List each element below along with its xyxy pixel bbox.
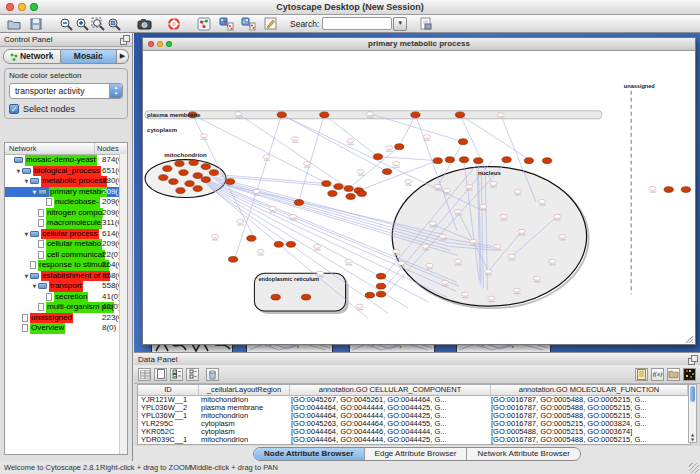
scrollbar-arrows-icon[interactable]: ▲▼ bbox=[689, 432, 696, 442]
tree-col-network[interactable]: Network bbox=[5, 143, 95, 154]
table-row[interactable]: YDR039C__1mitochondrion[GO:0044464, GO:0… bbox=[138, 436, 690, 444]
network-node[interactable] bbox=[376, 273, 385, 279]
network-node[interactable] bbox=[357, 191, 366, 197]
network-node-small[interactable] bbox=[485, 269, 492, 273]
network-node-small[interactable] bbox=[398, 261, 405, 265]
tree-row[interactable]: ▼biological_process651(0) bbox=[5, 166, 127, 177]
tree-row-label[interactable]: transport bbox=[49, 281, 83, 292]
data-panel-float-icon[interactable] bbox=[688, 355, 697, 364]
snapshot-icon[interactable] bbox=[136, 16, 152, 31]
tree-row[interactable]: macromolecule311(0) bbox=[5, 218, 127, 229]
tree-row-label[interactable]: nitrogen compo bbox=[46, 208, 103, 219]
float-panel-icon[interactable] bbox=[120, 35, 129, 44]
network-node-small[interactable] bbox=[304, 162, 311, 166]
network-node-small[interactable] bbox=[454, 209, 461, 213]
notes-icon[interactable] bbox=[635, 368, 648, 381]
network-overview-icon[interactable] bbox=[196, 16, 212, 31]
network-node[interactable] bbox=[542, 158, 551, 164]
network-node[interactable] bbox=[193, 173, 202, 179]
tree-row-label[interactable]: mosaic-demo-yeast bbox=[25, 155, 97, 166]
tree-row[interactable]: ▼establishment of lo558(0) bbox=[5, 271, 127, 282]
network-edge[interactable] bbox=[282, 115, 387, 172]
network-node-small[interactable] bbox=[257, 249, 264, 253]
node-color-dropdown[interactable]: transporter activity ▴▾ bbox=[9, 83, 123, 99]
network-node-small[interactable] bbox=[200, 134, 207, 138]
save-search-icon[interactable] bbox=[417, 16, 433, 31]
network-node[interactable] bbox=[201, 164, 210, 170]
network-node-small[interactable] bbox=[539, 199, 546, 203]
table-row[interactable]: YJR121W__1mitochondrion[GO:0045267, GO:0… bbox=[138, 396, 690, 404]
zoom-selected-icon[interactable] bbox=[90, 16, 106, 31]
network-node[interactable] bbox=[228, 256, 237, 262]
network-node[interactable] bbox=[395, 144, 404, 150]
tree-row-label[interactable]: metabolic process bbox=[41, 176, 107, 187]
network-node[interactable] bbox=[175, 161, 184, 167]
tree-row[interactable]: response to stimulu264(0) bbox=[5, 260, 127, 271]
network-node-small[interactable] bbox=[434, 185, 441, 189]
network-node-small[interactable] bbox=[237, 219, 244, 223]
network-window-titlebar[interactable]: primary metabolic process bbox=[143, 38, 695, 51]
network-node[interactable] bbox=[459, 157, 468, 163]
network-node[interactable] bbox=[201, 177, 210, 183]
network-node[interactable] bbox=[286, 241, 295, 247]
network-node-small[interactable] bbox=[533, 276, 540, 280]
tab-node-attribute-browser[interactable]: Node Attribute Browser bbox=[254, 448, 365, 460]
network-node[interactable] bbox=[502, 157, 511, 163]
network-node-small[interactable] bbox=[462, 292, 469, 296]
attribute-checklist-icon[interactable] bbox=[170, 368, 183, 381]
network-node[interactable] bbox=[294, 200, 303, 206]
network-node-small[interactable] bbox=[289, 214, 296, 218]
network-node[interactable] bbox=[169, 179, 178, 185]
network-node-small[interactable] bbox=[470, 239, 477, 243]
network-node-small[interactable] bbox=[263, 155, 270, 159]
tree-row[interactable]: ▼cellular process614(0) bbox=[5, 229, 127, 240]
network-node[interactable] bbox=[346, 194, 355, 200]
table-row[interactable]: YPL036W__1mitochondrion[GO:0044464, GO:0… bbox=[138, 412, 690, 420]
network-node[interactable] bbox=[365, 292, 374, 298]
tree-row-label[interactable]: cellular metabo bbox=[46, 239, 102, 250]
network-node-small[interactable] bbox=[490, 182, 497, 186]
help-icon[interactable] bbox=[166, 16, 182, 31]
network-node-small[interactable] bbox=[549, 259, 556, 263]
table-row[interactable]: YKR052Ccytoplasm[GO:0044464, GO:0044446,… bbox=[138, 428, 690, 436]
network-node-small[interactable] bbox=[480, 204, 487, 208]
network-node-small[interactable] bbox=[253, 190, 260, 194]
table-scrollbar[interactable]: ▲▼ bbox=[688, 384, 697, 443]
tree-expand-arrow-icon[interactable]: ▼ bbox=[31, 281, 38, 292]
tree-scrollbar[interactable] bbox=[119, 154, 127, 454]
network-node-small[interactable] bbox=[405, 180, 412, 184]
tree-col-nodes[interactable]: Nodes bbox=[95, 143, 127, 154]
network-node-small[interactable] bbox=[559, 234, 566, 238]
network-edge[interactable] bbox=[399, 115, 415, 147]
table-row[interactable]: YPL036W__2plasma membrane[GO:0044464, GO… bbox=[138, 404, 690, 412]
network-node-small[interactable] bbox=[386, 146, 393, 150]
network-canvas[interactable]: plasma membranecytoplasmmitochondrionnuc… bbox=[143, 51, 695, 344]
network-node[interactable] bbox=[376, 283, 385, 289]
tabs-overflow-arrow-icon[interactable]: ▶ bbox=[117, 49, 129, 64]
network-edge[interactable] bbox=[349, 147, 400, 189]
network-node[interactable] bbox=[274, 241, 283, 247]
network-node-small[interactable] bbox=[514, 190, 521, 194]
network-node-small[interactable] bbox=[422, 244, 429, 248]
tree-row-label[interactable]: macromolecule bbox=[46, 218, 102, 229]
network-node-small[interactable] bbox=[393, 249, 400, 253]
network-node[interactable] bbox=[179, 170, 188, 176]
network-node-small[interactable] bbox=[497, 113, 504, 117]
network-node[interactable] bbox=[322, 181, 331, 187]
network-node[interactable] bbox=[664, 187, 673, 193]
network-node[interactable] bbox=[474, 158, 483, 164]
tree-row-label[interactable]: Overview bbox=[30, 323, 65, 334]
tree-row-label[interactable]: cellular process bbox=[41, 229, 99, 240]
attribute-list-icon[interactable] bbox=[186, 368, 199, 381]
network-node-small[interactable] bbox=[426, 263, 433, 267]
network-node[interactable] bbox=[382, 169, 391, 175]
network-node-small[interactable] bbox=[269, 206, 276, 210]
network-node-small[interactable] bbox=[508, 254, 515, 258]
table-column-header[interactable]: ID bbox=[138, 385, 199, 395]
network-node-small[interactable] bbox=[211, 234, 218, 238]
tree-row[interactable]: cellular metabo209(0) bbox=[5, 239, 127, 250]
network-node[interactable] bbox=[159, 175, 168, 181]
network-node[interactable] bbox=[185, 181, 194, 187]
import-table-icon[interactable] bbox=[667, 368, 680, 381]
network-node[interactable] bbox=[193, 186, 202, 192]
